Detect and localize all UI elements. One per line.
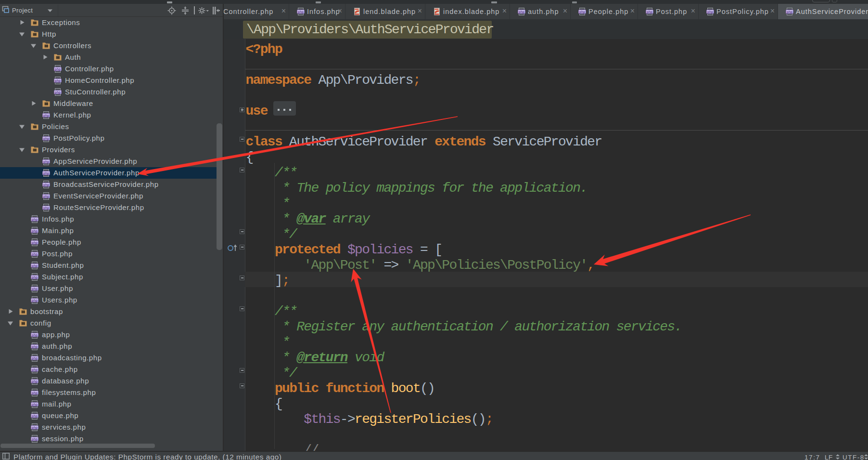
svg-text:php: php <box>32 391 38 395</box>
svg-text:php: php <box>32 356 38 360</box>
svg-text:php: php <box>43 137 49 141</box>
svg-text:php: php <box>707 10 713 14</box>
svg-text:php: php <box>32 333 38 337</box>
svg-text:php: php <box>55 91 61 94</box>
svg-text:php: php <box>32 229 38 233</box>
svg-text:php: php <box>579 10 585 14</box>
svg-text:php: php <box>32 299 38 302</box>
svg-text:php: php <box>32 403 38 407</box>
svg-text:php: php <box>32 276 38 279</box>
svg-text:php: php <box>43 183 49 187</box>
svg-text:php: php <box>32 380 38 383</box>
svg-text:php: php <box>43 114 49 118</box>
svg-text:php: php <box>647 10 652 14</box>
svg-text:php: php <box>32 241 38 245</box>
svg-text:php: php <box>32 287 38 291</box>
svg-text:php: php <box>43 195 49 198</box>
svg-text:php: php <box>43 171 49 175</box>
svg-text:php: php <box>32 345 38 349</box>
svg-text:php: php <box>32 437 38 441</box>
svg-text:php: php <box>32 368 38 372</box>
svg-text:php: php <box>787 10 792 14</box>
svg-text:php: php <box>32 426 38 430</box>
svg-text:php: php <box>32 264 38 268</box>
svg-text:php: php <box>298 10 304 14</box>
svg-text:php: php <box>32 252 38 256</box>
svg-text:php: php <box>43 206 49 210</box>
svg-text:php: php <box>32 218 38 222</box>
svg-text:php: php <box>32 414 38 418</box>
svg-text:php: php <box>55 79 61 83</box>
svg-text:php: php <box>43 160 49 164</box>
svg-text:php: php <box>519 10 524 14</box>
svg-text:php: php <box>55 67 61 71</box>
